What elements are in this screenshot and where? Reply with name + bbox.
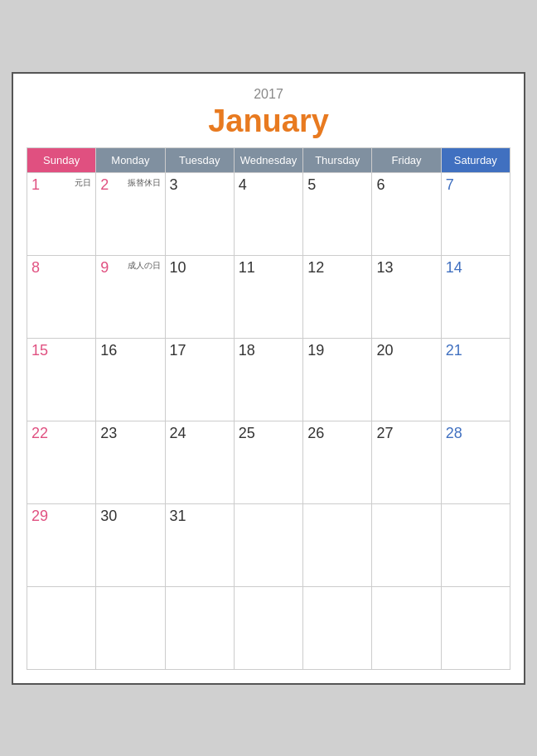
day-number: 11: [239, 259, 255, 276]
calendar-cell: 16: [96, 338, 165, 421]
calendar-cell: 28: [441, 421, 510, 503]
calendar-week-row: 22232425262728: [27, 421, 510, 503]
calendar-cell: 20: [372, 338, 441, 421]
day-number: 6: [376, 176, 385, 193]
day-number: 29: [31, 508, 48, 524]
calendar-cell: 30: [96, 503, 165, 586]
calendar-week-row: 89成人の日1011121314: [27, 255, 510, 338]
calendar-week-row: 1元日2振替休日34567: [27, 172, 510, 255]
calendar-cell: 10: [165, 255, 234, 338]
calendar-cell: [165, 586, 234, 669]
day-number: 3: [170, 176, 178, 193]
calendar-cell: [303, 503, 372, 586]
calendar-cell: 31: [165, 503, 234, 586]
header-thursday: Thursday: [303, 147, 372, 172]
calendar-cell: 6: [372, 172, 441, 255]
calendar-cell: 12: [303, 255, 372, 338]
calendar-cell: [234, 503, 302, 586]
day-number: 27: [376, 425, 393, 441]
calendar-cell: 7: [441, 172, 510, 255]
day-number: 8: [31, 259, 40, 276]
calendar-cell: [372, 586, 441, 669]
day-number: 28: [446, 425, 462, 441]
day-number: 15: [31, 342, 48, 359]
calendar-cell: 23: [96, 421, 165, 503]
day-number: 9: [100, 259, 109, 276]
day-number: 18: [239, 342, 255, 359]
day-number: 19: [307, 342, 324, 359]
calendar-cell: 4: [234, 172, 302, 255]
calendar-cell: 8: [27, 255, 96, 338]
header-sunday: Sunday: [27, 147, 96, 172]
day-number: 2: [100, 176, 109, 193]
calendar-cell: 24: [165, 421, 234, 503]
calendar-cell: 21: [441, 338, 510, 421]
calendar-week-row: 15161718192021: [27, 338, 510, 421]
calendar-cell: 26: [303, 421, 372, 503]
calendar-cell: 17: [165, 338, 234, 421]
header-tuesday: Tuesday: [165, 147, 234, 172]
calendar-cell: [96, 586, 165, 669]
calendar-cell: [441, 586, 510, 669]
day-number: 7: [446, 176, 454, 193]
day-number: 31: [170, 508, 186, 524]
calendar-cell: 15: [27, 338, 96, 421]
day-number: 17: [170, 342, 186, 359]
header-monday: Monday: [96, 147, 165, 172]
calendar-cell: 5: [303, 172, 372, 255]
calendar-cell: [372, 503, 441, 586]
header-row: Sunday Monday Tuesday Wednesday Thursday…: [27, 147, 510, 172]
header-saturday: Saturday: [441, 147, 510, 172]
day-number: 26: [307, 425, 324, 441]
calendar-cell: [27, 586, 96, 669]
calendar-cell: 11: [234, 255, 302, 338]
holiday-label: 成人の日: [128, 260, 161, 272]
day-number: 4: [239, 176, 247, 193]
calendar-cell: 19: [303, 338, 372, 421]
calendar-cell: 2振替休日: [96, 172, 165, 255]
calendar-cell: 14: [441, 255, 510, 338]
holiday-label: 振替休日: [128, 177, 161, 189]
day-number: 24: [170, 425, 186, 441]
header-wednesday: Wednesday: [234, 147, 302, 172]
day-number: 23: [100, 425, 117, 441]
holiday-label: 元日: [75, 177, 91, 189]
calendar-cell: [303, 586, 372, 669]
day-number: 13: [376, 259, 393, 276]
day-number: 21: [446, 342, 462, 359]
day-number: 30: [100, 508, 117, 524]
calendar-container: 2017 January Sunday Monday Tuesday Wedne…: [12, 72, 525, 685]
calendar-cell: 3: [165, 172, 234, 255]
day-number: 5: [307, 176, 316, 193]
calendar-cell: 18: [234, 338, 302, 421]
day-number: 16: [100, 342, 117, 359]
calendar-table: Sunday Monday Tuesday Wednesday Thursday…: [27, 147, 510, 670]
day-number: 25: [239, 425, 255, 441]
day-number: 12: [307, 259, 324, 276]
calendar-cell: 25: [234, 421, 302, 503]
calendar-week-row: [27, 586, 510, 669]
header-friday: Friday: [372, 147, 441, 172]
calendar-year: 2017: [27, 87, 510, 102]
calendar-cell: 9成人の日: [96, 255, 165, 338]
calendar-cell: 27: [372, 421, 441, 503]
calendar-cell: 13: [372, 255, 441, 338]
calendar-cell: [441, 503, 510, 586]
day-number: 14: [446, 259, 462, 276]
day-number: 22: [31, 425, 48, 441]
calendar-month: January: [27, 104, 510, 139]
calendar-cell: 22: [27, 421, 96, 503]
day-number: 20: [376, 342, 393, 359]
calendar-cell: [234, 586, 302, 669]
calendar-week-row: 293031: [27, 503, 510, 586]
day-number: 10: [170, 259, 186, 276]
calendar-cell: 29: [27, 503, 96, 586]
calendar-cell: 1元日: [27, 172, 96, 255]
day-number: 1: [31, 176, 40, 193]
